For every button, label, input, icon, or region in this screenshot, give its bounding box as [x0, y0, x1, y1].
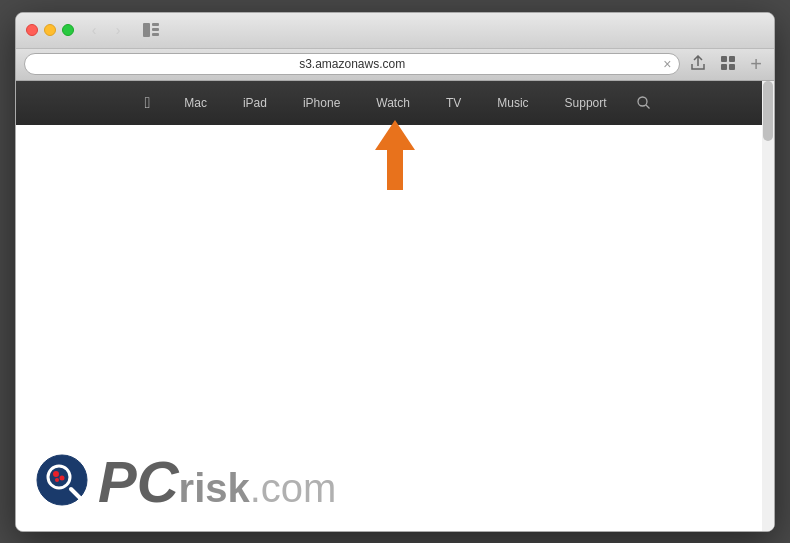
address-bar[interactable]: s3.amazonaws.com × — [24, 53, 680, 75]
nav-item-tv[interactable]: TV — [428, 81, 479, 125]
svg-point-15 — [60, 475, 65, 480]
svg-rect-3 — [152, 33, 159, 36]
scrollbar-track[interactable] — [762, 81, 774, 531]
apple-nav-items: Mac iPad iPhone Watch TV Music S — [166, 81, 661, 125]
forward-button[interactable]: › — [108, 20, 128, 40]
minimize-button[interactable] — [44, 24, 56, 36]
back-button[interactable]: ‹ — [84, 20, 104, 40]
traffic-lights — [26, 24, 74, 36]
pcrisk-watermark: PCrisk.com — [36, 453, 336, 511]
svg-point-16 — [55, 478, 59, 482]
nav-item-ipad[interactable]: iPad — [225, 81, 285, 125]
svg-rect-4 — [721, 56, 727, 62]
new-tab-plus-button[interactable]: + — [746, 51, 766, 78]
svg-point-14 — [53, 471, 59, 477]
main-content: PCrisk.com — [16, 125, 774, 531]
nav-item-support[interactable]: Support — [547, 81, 625, 125]
svg-rect-1 — [152, 23, 159, 26]
svg-rect-2 — [152, 28, 159, 31]
nav-item-watch[interactable]: Watch — [358, 81, 428, 125]
pcrisk-logo-text: PCrisk.com — [98, 453, 336, 511]
nav-item-mac[interactable]: Mac — [166, 81, 225, 125]
address-bar-row: s3.amazonaws.com × + — [16, 49, 774, 81]
share-button[interactable] — [686, 53, 710, 76]
annotation-arrow — [365, 115, 425, 199]
apple-logo[interactable]:  — [128, 94, 166, 112]
svg-rect-6 — [721, 64, 727, 70]
title-bar: ‹ › — [16, 13, 774, 49]
pcrisk-icon — [36, 454, 88, 510]
close-button[interactable] — [26, 24, 38, 36]
svg-line-9 — [646, 105, 650, 109]
website-content:  Mac iPad iPhone Watch TV — [16, 81, 774, 531]
apple-nav:  Mac iPad iPhone Watch TV — [16, 81, 774, 125]
svg-rect-0 — [143, 23, 150, 37]
nav-item-music[interactable]: Music — [479, 81, 546, 125]
add-tab-button[interactable] — [716, 53, 740, 76]
scrollbar-thumb[interactable] — [763, 81, 773, 141]
address-clear-icon[interactable]: × — [663, 56, 671, 72]
maximize-button[interactable] — [62, 24, 74, 36]
address-text: s3.amazonaws.com — [299, 57, 405, 71]
svg-point-8 — [638, 97, 647, 106]
nav-buttons: ‹ › — [84, 20, 128, 40]
browser-window: ‹ › s3.amazonaws.com × — [15, 12, 775, 532]
svg-marker-10 — [375, 120, 415, 190]
nav-search-icon[interactable] — [625, 81, 662, 125]
nav-item-iphone[interactable]: iPhone — [285, 81, 358, 125]
svg-rect-7 — [729, 64, 735, 70]
svg-rect-5 — [729, 56, 735, 62]
reader-view-button[interactable] — [140, 19, 162, 41]
